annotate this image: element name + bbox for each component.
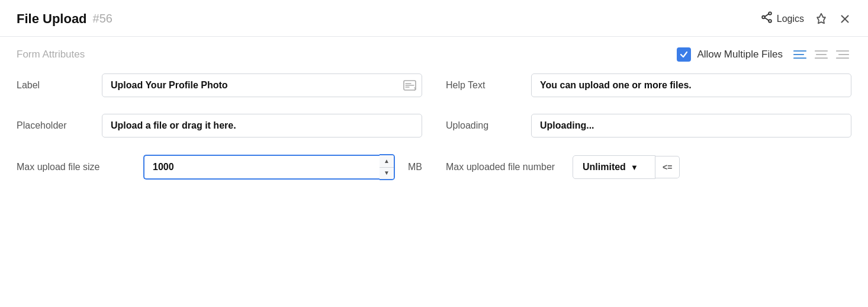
align-buttons [791,48,851,61]
placeholder-field-label: Placeholder [17,120,94,131]
label-input-wrapper [102,73,422,97]
uploading-row: Uploading [446,105,851,146]
number-spinner: ▲ ▼ [380,154,395,180]
panel-title-id: #56 [93,12,112,25]
pin-button[interactable] [815,12,828,25]
max-file-size-input-wrapper: ▲ ▼ [143,154,395,180]
max-file-size-input[interactable] [143,155,380,180]
placeholder-input-wrapper [102,114,422,137]
checkbox-icon [677,47,691,62]
spinner-down-button[interactable]: ▼ [380,168,394,180]
max-file-number-row: Max uploaded file number Unlimited ▼ <= [446,146,851,188]
spinner-up-button[interactable]: ▲ [380,155,394,168]
label-input[interactable] [102,73,422,97]
uploading-input[interactable] [531,114,851,137]
max-file-number-label: Max uploaded file number [446,162,564,172]
help-text-input-wrapper [531,73,851,97]
top-bar: Form Attributes Allow Multiple Files [0,37,868,65]
panel-header: File Upload #56 Logics [0,0,868,36]
select-value: Unlimited [583,162,626,172]
file-upload-panel: File Upload #56 Logics [0,0,868,188]
form-attributes-label: Form Attributes [17,49,85,60]
logics-label: Logics [777,14,804,24]
panel-title: File Upload #56 [17,11,112,27]
file-size-unit: MB [408,162,422,172]
svg-line-3 [764,14,769,17]
max-file-size-label: Max upload file size [17,162,135,172]
top-bar-right: Allow Multiple Files [677,47,851,62]
label-row: Label [17,65,422,105]
uploading-field-label: Uploading [446,120,523,131]
max-file-number-select[interactable]: Unlimited ▼ [573,155,655,179]
help-text-input[interactable] [531,73,851,97]
logics-icon [760,11,773,27]
svg-line-4 [764,18,769,20]
chevron-down-icon: ▼ [631,163,638,172]
help-text-label: Help Text [446,80,523,91]
help-text-row: Help Text [446,65,851,105]
allow-multiple-files-label: Allow Multiple Files [697,49,783,60]
logics-button[interactable]: Logics [760,11,804,27]
form-grid: Label Help Text [0,65,868,188]
label-field-label: Label [17,80,94,91]
placeholder-row: Placeholder [17,105,422,146]
align-right-button[interactable] [834,48,851,61]
allow-multiple-files-checkbox[interactable]: Allow Multiple Files [677,47,783,62]
uploading-input-wrapper [531,114,851,137]
max-file-number-select-wrapper: Unlimited ▼ <= [573,155,680,179]
label-input-icon [403,80,416,91]
placeholder-input[interactable] [102,114,422,137]
align-center-button[interactable] [812,48,830,61]
align-left-button[interactable] [791,48,809,61]
max-file-size-row: Max upload file size ▲ ▼ MB [17,146,422,188]
panel-header-actions: Logics [760,11,851,27]
close-button[interactable] [838,12,851,25]
panel-title-text: File Upload [17,11,87,27]
less-than-equal-button[interactable]: <= [655,156,680,178]
